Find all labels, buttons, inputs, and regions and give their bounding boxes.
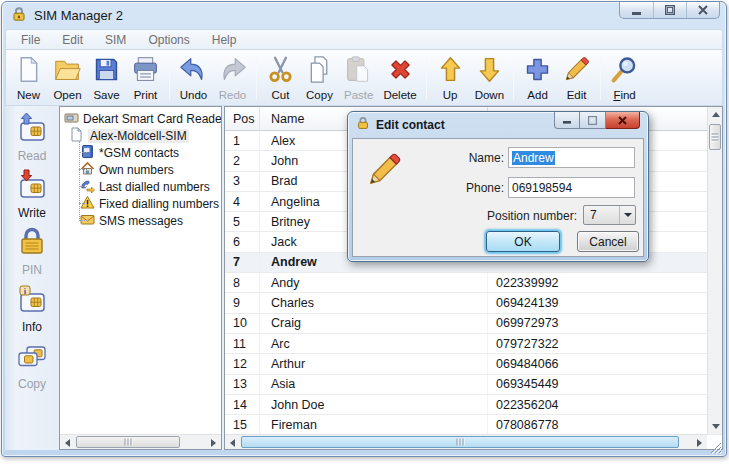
- sidebar-write-button[interactable]: Write: [7, 169, 57, 219]
- scroll-left-arrow[interactable]: [225, 435, 240, 450]
- edit-button[interactable]: Edit: [557, 53, 596, 102]
- open-folder-icon: [53, 55, 82, 88]
- table-vscroll-thumb[interactable]: [709, 124, 721, 150]
- sidebar-info-button[interactable]: i Info: [7, 283, 57, 333]
- table-row[interactable]: 13 Asia 069345449: [225, 375, 722, 395]
- cell-phone: 078086778: [488, 415, 722, 434]
- cell-name: Arthur: [260, 354, 488, 373]
- table-hscroll-thumb[interactable]: [241, 436, 679, 448]
- table-vertical-scrollbar[interactable]: [707, 107, 722, 434]
- menu-item[interactable]: Edit: [53, 31, 92, 49]
- cancel-button[interactable]: Cancel: [577, 231, 639, 252]
- find-magnifier-icon: [610, 55, 639, 88]
- print-button[interactable]: Print: [126, 53, 165, 102]
- scroll-right-arrow[interactable]: [692, 435, 707, 450]
- ok-button[interactable]: OK: [486, 231, 560, 252]
- header-pos[interactable]: Pos: [225, 107, 260, 130]
- dialog-close-button[interactable]: [606, 112, 640, 129]
- cell-phone: 069972973: [488, 314, 722, 333]
- sidebar: Read Write PIN i Info Copy: [5, 106, 59, 450]
- table-row[interactable]: 11 Arc 079727322: [225, 334, 722, 354]
- down-button[interactable]: Down: [470, 53, 509, 102]
- cut-scissors-icon: [266, 55, 295, 88]
- tree-item-gsm-contacts[interactable]: *GSM contacts: [71, 144, 221, 161]
- chevron-down-icon[interactable]: [619, 206, 635, 224]
- redo-button[interactable]: Redo: [213, 53, 252, 102]
- tree-item-own-numbers[interactable]: Own numbers: [71, 161, 221, 178]
- cell-pos: 9: [225, 293, 260, 312]
- tree-horizontal-scrollbar[interactable]: [60, 434, 221, 449]
- table-row[interactable]: 8 Andy 022339992: [225, 273, 722, 293]
- table-row[interactable]: 12 Arthur 069484066: [225, 354, 722, 374]
- tree-panel: Dekart Smart Card Reader ( Alex-Moldcell…: [59, 106, 222, 450]
- table-row[interactable]: 15 Fireman 078086778: [225, 415, 722, 435]
- cell-phone: 069345449: [488, 375, 722, 394]
- cell-pos: 7: [225, 253, 260, 272]
- dialog-maximize-button[interactable]: [580, 112, 606, 129]
- envelope-icon: [80, 212, 95, 230]
- menu-item[interactable]: SIM: [96, 31, 135, 49]
- add-button[interactable]: Add: [518, 53, 557, 102]
- sidebar-pin-button[interactable]: PIN: [7, 226, 57, 276]
- tree-hscroll-thumb[interactable]: [76, 436, 180, 448]
- cell-pos: 14: [225, 395, 260, 414]
- paste-button[interactable]: Paste: [339, 53, 378, 102]
- cut-button[interactable]: Cut: [261, 53, 300, 102]
- sim-copy-icon: [16, 340, 48, 376]
- dialog-minimize-button[interactable]: [554, 112, 580, 129]
- tree-item-card-reader[interactable]: Dekart Smart Card Reader (: [62, 110, 221, 127]
- cell-phone: 022356204: [488, 395, 722, 414]
- scroll-right-arrow[interactable]: [206, 435, 221, 450]
- sidebar-copy-button[interactable]: Copy: [7, 340, 57, 390]
- contacts-book-icon: [80, 144, 95, 162]
- scroll-up-arrow[interactable]: [708, 107, 723, 122]
- new-button[interactable]: New: [9, 53, 48, 102]
- tree-item-last-dialled[interactable]: Last dialled numbers: [71, 178, 221, 195]
- save-floppy-icon: [92, 55, 121, 88]
- save-button[interactable]: Save: [87, 53, 126, 102]
- title-bar[interactable]: SIM Manager 2: [2, 2, 726, 29]
- copy-pages-icon: [305, 55, 334, 88]
- copy-button[interactable]: Copy: [300, 53, 339, 102]
- cell-name: Fireman: [260, 415, 488, 434]
- name-input[interactable]: Andrew: [508, 147, 635, 168]
- sim-file-icon: [69, 127, 84, 145]
- delete-button[interactable]: Delete: [378, 53, 421, 102]
- scroll-left-arrow[interactable]: [60, 435, 75, 450]
- cell-name: Andy: [260, 273, 488, 292]
- toolbar-separator: [169, 56, 170, 100]
- tree-item-fixed-dialling[interactable]: Fixed dialling numbers: [71, 195, 221, 212]
- window-title: SIM Manager 2: [34, 8, 123, 23]
- cell-pos: 2: [225, 151, 260, 170]
- sidebar-read-button[interactable]: Read: [7, 112, 57, 162]
- phone-input[interactable]: 069198594: [508, 177, 635, 198]
- table-horizontal-scrollbar[interactable]: [225, 434, 707, 449]
- table-row[interactable]: 9 Charles 069424139: [225, 293, 722, 313]
- open-button[interactable]: Open: [48, 53, 87, 102]
- menu-item[interactable]: File: [12, 31, 49, 49]
- cell-pos: 6: [225, 232, 260, 251]
- pin-lock-icon: [16, 226, 48, 262]
- close-button[interactable]: [686, 2, 719, 18]
- tree-item-sms-messages[interactable]: SMS messages: [71, 212, 221, 229]
- table-row[interactable]: 10 Craig 069972973: [225, 314, 722, 334]
- resize-grip[interactable]: [709, 440, 722, 453]
- menu-bar: FileEditSIMOptionsHelp: [5, 29, 723, 50]
- cell-pos: 12: [225, 354, 260, 373]
- toolbar-separator: [426, 56, 427, 100]
- tree-item-sim[interactable]: Alex-Moldcell-SIM: [62, 127, 221, 144]
- sim-info-icon: i: [16, 283, 48, 319]
- find-button[interactable]: Find: [605, 53, 644, 102]
- minimize-button[interactable]: [620, 2, 653, 18]
- up-button[interactable]: Up: [431, 53, 470, 102]
- undo-button[interactable]: Undo: [174, 53, 213, 102]
- window-controls: [619, 2, 720, 19]
- position-number-select[interactable]: 7: [583, 205, 636, 225]
- dialog-title-bar[interactable]: Edit contact: [348, 112, 648, 138]
- menu-item[interactable]: Help: [203, 31, 246, 49]
- menu-item[interactable]: Options: [139, 31, 198, 49]
- maximize-button[interactable]: [653, 2, 686, 18]
- table-row[interactable]: 14 John Doe 022356204: [225, 395, 722, 415]
- undo-icon: [179, 55, 208, 88]
- scroll-down-arrow[interactable]: [708, 419, 723, 434]
